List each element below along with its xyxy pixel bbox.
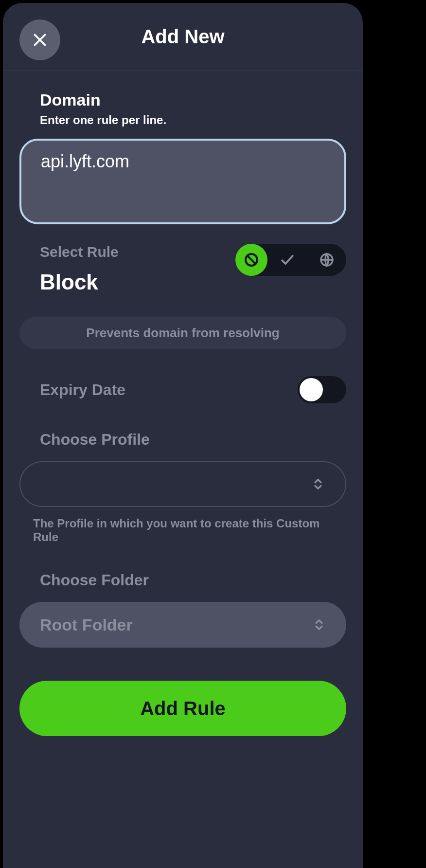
add-new-modal: Add New Domain Enter one rule per line. …: [3, 3, 363, 868]
profile-helper: The Profile in which you want to create …: [33, 517, 346, 544]
modal-header: Add New: [3, 3, 363, 71]
chevron-up-down-icon: [312, 618, 326, 632]
chevron-up-down-icon: [311, 477, 325, 491]
profile-select[interactable]: [19, 461, 346, 507]
check-icon: [280, 252, 295, 268]
globe-icon: [319, 252, 335, 268]
profile-label: Choose Profile: [40, 431, 346, 449]
modal-title: Add New: [141, 26, 224, 48]
folder-label: Choose Folder: [40, 571, 346, 589]
expiry-row: Expiry Date: [19, 376, 346, 403]
select-rule-labels: Select Rule Block: [19, 244, 119, 294]
rule-option-bypass[interactable]: [307, 244, 346, 276]
close-button[interactable]: [19, 19, 60, 60]
toggle-knob: [300, 378, 323, 401]
select-rule-label: Select Rule: [40, 244, 119, 260]
domain-label: Domain: [40, 90, 346, 109]
modal-content: Domain Enter one rule per line. Select R…: [3, 71, 363, 736]
expiry-toggle[interactable]: [298, 376, 346, 403]
domain-hint: Enter one rule per line.: [40, 113, 346, 127]
rule-description: Prevents domain from resolving: [19, 317, 346, 349]
select-rule-value: Block: [40, 270, 119, 294]
svg-line-3: [248, 256, 255, 264]
rule-toggle: [235, 244, 346, 276]
add-rule-button[interactable]: Add Rule: [19, 681, 346, 736]
domain-input[interactable]: [19, 139, 346, 224]
rule-option-allow[interactable]: [267, 244, 307, 276]
folder-value: Root Folder: [40, 615, 133, 634]
close-icon: [31, 31, 49, 49]
select-rule-row: Select Rule Block: [19, 244, 346, 294]
expiry-label: Expiry Date: [40, 381, 125, 399]
block-icon: [244, 252, 259, 268]
rule-option-block[interactable]: [235, 244, 267, 276]
folder-select[interactable]: Root Folder: [19, 602, 346, 648]
